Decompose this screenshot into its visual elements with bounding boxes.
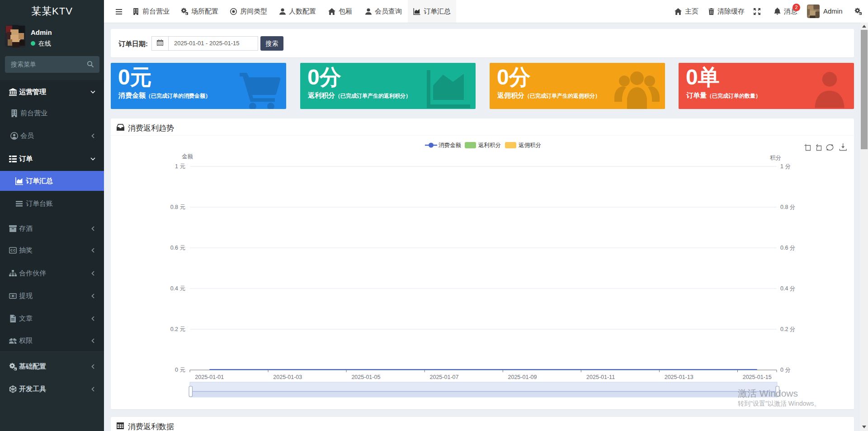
svg-text:返佣积分: 返佣积分 [519, 142, 541, 148]
svg-text:金额: 金额 [182, 153, 193, 160]
svg-text:积分: 积分 [770, 155, 781, 161]
svg-text:消费金额: 消费金额 [439, 142, 462, 148]
svg-text:2025-01-13: 2025-01-13 [665, 374, 693, 380]
svg-text:0.6 元: 0.6 元 [170, 245, 185, 251]
svg-text:1 元: 1 元 [175, 163, 185, 170]
svg-text:2025-01-15: 2025-01-15 [743, 374, 772, 380]
svg-text:1 分: 1 分 [780, 163, 791, 170]
svg-text:0.2 分: 0.2 分 [780, 326, 795, 332]
svg-text:0.6 分: 0.6 分 [780, 245, 795, 251]
svg-text:2025-01-07: 2025-01-07 [430, 374, 459, 380]
svg-text:2025-01-01: 2025-01-01 [195, 374, 224, 380]
svg-text:2025-01-03: 2025-01-03 [273, 374, 302, 380]
svg-text:0.2 元: 0.2 元 [170, 326, 185, 332]
svg-text:0.8 分: 0.8 分 [780, 204, 795, 210]
svg-text:0 元: 0 元 [175, 367, 185, 373]
svg-text:0 分: 0 分 [780, 367, 791, 373]
svg-text:2025-01-09: 2025-01-09 [508, 374, 537, 380]
svg-text:0.4 分: 0.4 分 [780, 285, 795, 292]
svg-text:2025-01-05: 2025-01-05 [351, 374, 380, 380]
svg-text:返利积分: 返利积分 [478, 142, 501, 148]
svg-text:2025-01-11: 2025-01-11 [586, 374, 615, 380]
svg-text:0.8 元: 0.8 元 [170, 204, 185, 210]
svg-text:0.4 元: 0.4 元 [170, 285, 185, 292]
